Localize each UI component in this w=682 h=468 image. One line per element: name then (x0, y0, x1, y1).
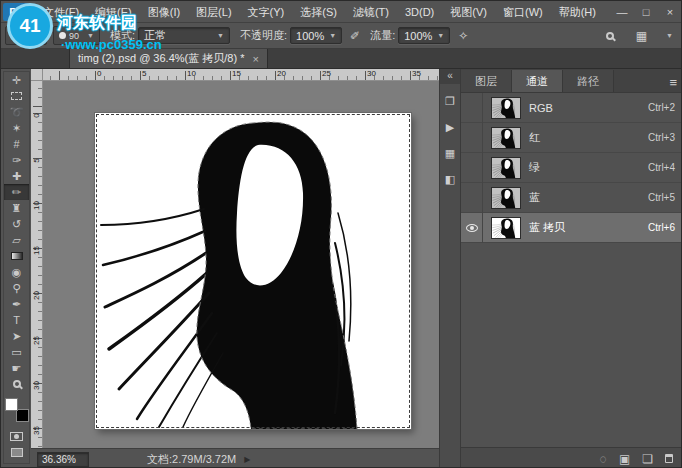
document-tab-title: timg (2).psd @ 36.4%(蓝 拷贝/8) * (78, 51, 244, 66)
document-tab[interactable]: timg (2).psd @ 36.4%(蓝 拷贝/8) * × (69, 48, 268, 68)
zoom-level-field[interactable]: 36.36% (37, 452, 89, 467)
menu-file[interactable]: 文件(F) (35, 1, 87, 23)
menu-window[interactable]: 窗口(W) (495, 1, 551, 23)
spot-healing-brush-tool[interactable]: ✚ (4, 168, 29, 184)
visibility-toggle[interactable] (461, 93, 483, 123)
brush-tool-icon: ✏ (12, 187, 21, 198)
rectangular-marquee-tool[interactable] (4, 88, 29, 104)
pressure-opacity-icon[interactable]: ✐ (350, 29, 360, 43)
healing-brush-tool-icon: ✚ (12, 171, 21, 182)
lasso-tool[interactable]: ➰ (4, 104, 29, 120)
crop-tool[interactable]: # (4, 136, 29, 152)
channel-row-green[interactable]: 绿 Ctrl+4 (461, 153, 682, 183)
load-selection-icon[interactable]: ◌ (600, 453, 607, 465)
visibility-toggle[interactable] (461, 213, 483, 243)
visibility-toggle[interactable] (461, 183, 483, 213)
tab-paths[interactable]: 路径 (563, 70, 614, 92)
quick-mask-icon (10, 432, 23, 441)
brush-preset-picker[interactable]: 90 ▼ (53, 26, 100, 45)
brush-tool[interactable]: ✏ (4, 184, 29, 200)
eyedropper-tool[interactable]: ✑ (4, 152, 29, 168)
menu-image[interactable]: 图像(I) (140, 1, 188, 23)
channel-row-rgb[interactable]: RGB Ctrl+2 (461, 93, 682, 123)
blur-tool[interactable]: ◉ (4, 264, 29, 280)
path-selection-tool[interactable]: ➤ (4, 328, 29, 344)
horizontal-ruler[interactable]: 0 5 10 15 20 25 30 35 (43, 69, 439, 81)
tab-close-icon[interactable]: × (252, 53, 258, 65)
tab-channels[interactable]: 通道 (512, 70, 563, 92)
search-icon[interactable] (606, 32, 614, 40)
rectangle-shape-tool[interactable]: ▭ (4, 344, 29, 360)
info-panel-icon[interactable]: ◧ (441, 170, 459, 188)
canvas-area: 0 5 10 15 20 25 30 35 0 5 10 15 20 25 30… (31, 69, 439, 448)
actions-panel-icon[interactable]: ▶ (441, 118, 459, 136)
menu-filter[interactable]: 滤镜(T) (345, 1, 397, 23)
ruler-corner[interactable] (31, 69, 43, 81)
ruler-label: 15 (232, 69, 241, 78)
eraser-tool[interactable]: ▱ (4, 232, 29, 248)
channel-row-blue[interactable]: 蓝 Ctrl+5 (461, 183, 682, 213)
status-options-arrow-icon[interactable]: ▶ (244, 455, 250, 464)
window-controls: — □ × (615, 6, 682, 18)
opacity-select[interactable]: 100% ▼ (290, 27, 342, 44)
zoom-tool[interactable] (4, 376, 29, 392)
move-tool[interactable]: ✛ (4, 72, 29, 88)
opacity-value: 100% (296, 30, 324, 42)
history-panel-icon[interactable]: ❐ (441, 92, 459, 110)
new-channel-icon[interactable]: ❏ (642, 453, 653, 465)
minimize-button[interactable]: — (615, 6, 629, 18)
channel-thumbnail (491, 97, 521, 119)
save-selection-as-channel-icon[interactable]: ▣ (619, 453, 630, 465)
foreground-color-swatch[interactable] (5, 398, 18, 411)
menu-select[interactable]: 选择(S) (292, 1, 345, 23)
workspace-switcher-icon[interactable]: ▦ (636, 29, 647, 43)
quick-selection-tool[interactable]: ✶ (4, 120, 29, 136)
mode-select[interactable]: 正常 ▼ (138, 27, 230, 44)
channel-name: 红 (529, 130, 540, 145)
type-tool[interactable]: T (4, 312, 29, 328)
clone-stamp-tool[interactable]: ♜ (4, 200, 29, 216)
menu-layer[interactable]: 图层(L) (188, 1, 239, 23)
move-tool-icon: ✛ (12, 75, 21, 86)
menu-help[interactable]: 帮助(H) (551, 1, 604, 23)
channels-panel-footer: ◌ ▣ ❏ (461, 447, 682, 468)
menu-type[interactable]: 文字(Y) (240, 1, 293, 23)
menu-edit[interactable]: 编辑(E) (87, 1, 140, 23)
quick-selection-tool-icon: ✶ (12, 123, 21, 134)
screen-mode-button[interactable] (4, 444, 29, 460)
canvas-image[interactable] (95, 113, 411, 429)
channel-name: 蓝 拷贝 (529, 220, 565, 235)
dodge-tool[interactable]: ⚲ (4, 280, 29, 296)
menu-view[interactable]: 视图(V) (442, 1, 495, 23)
channel-row-red[interactable]: 红 Ctrl+3 (461, 123, 682, 153)
flow-select[interactable]: 100% ▼ (398, 27, 450, 44)
vertical-ruler[interactable]: 0 5 10 15 20 25 30 35 (31, 81, 43, 448)
history-brush-tool[interactable]: ↺ (4, 216, 29, 232)
airbrush-icon[interactable]: ✧ (458, 29, 468, 43)
chevron-down-icon[interactable]: ▼ (666, 32, 673, 39)
visibility-toggle[interactable] (461, 123, 483, 153)
panel-menu-icon[interactable]: ≡ (669, 78, 677, 88)
channel-shortcut: Ctrl+5 (648, 192, 682, 203)
close-button[interactable]: × (663, 6, 677, 18)
tool-preset-picker[interactable]: ✏ ▼ (5, 26, 47, 45)
expand-panels-icon[interactable]: « (440, 69, 460, 84)
flow-value: 100% (404, 30, 432, 42)
maximize-button[interactable]: □ (639, 6, 653, 18)
delete-channel-icon[interactable] (665, 453, 673, 465)
character-panel-icon[interactable]: ▦ (441, 144, 459, 162)
tab-layers[interactable]: 图层 (461, 70, 512, 92)
canvas-pasteboard[interactable] (43, 81, 439, 448)
quick-mask-button[interactable] (4, 428, 29, 444)
gradient-tool[interactable] (4, 248, 29, 264)
channel-row-blue-copy[interactable]: 蓝 拷贝 Ctrl+6 (461, 213, 682, 243)
pen-tool[interactable]: ✒ (4, 296, 29, 312)
eye-icon (466, 224, 478, 232)
channel-shortcut: Ctrl+4 (648, 162, 682, 173)
chevron-down-icon: ▼ (31, 32, 38, 39)
ruler-label: 30 (32, 379, 41, 393)
visibility-toggle[interactable] (461, 153, 483, 183)
photoshop-logo[interactable]: Ps (3, 3, 29, 21)
menu-3d[interactable]: 3D(D) (397, 1, 442, 23)
hand-tool[interactable]: ☛ (4, 360, 29, 376)
